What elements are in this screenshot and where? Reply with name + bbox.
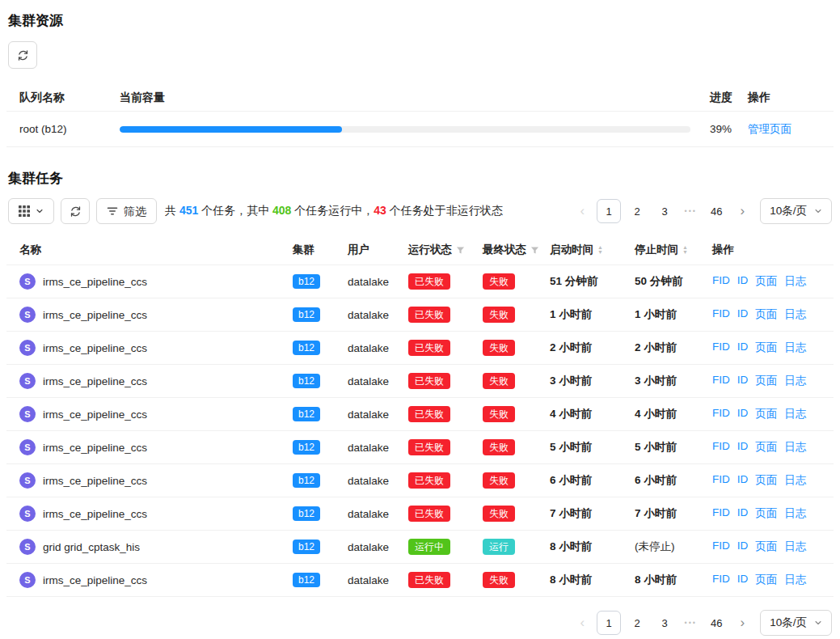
- page-link[interactable]: 页面: [755, 473, 777, 488]
- run-status-badge: 运行中: [408, 539, 450, 555]
- page-link[interactable]: 页面: [755, 440, 777, 455]
- fid-link[interactable]: FID: [712, 540, 730, 554]
- page-link[interactable]: 页面: [755, 341, 777, 355]
- task-user: datalake: [348, 475, 408, 487]
- log-link[interactable]: 日志: [784, 506, 806, 521]
- id-link[interactable]: ID: [737, 573, 749, 587]
- id-link[interactable]: ID: [737, 307, 749, 322]
- page-link[interactable]: 页面: [755, 573, 777, 587]
- run-status-badge: 已失败: [408, 307, 450, 323]
- start-time: 7 小时前: [550, 506, 635, 521]
- log-link[interactable]: 日志: [784, 440, 806, 455]
- tasks-table: 名称 集群 用户 运行状态 最终状态 启动时间 ▲▼ 停止时间 ▲: [6, 235, 834, 597]
- table-row: S irms_ce_pipeline_ccs b12 datalake 已失败 …: [6, 398, 834, 431]
- log-link[interactable]: 日志: [784, 341, 806, 355]
- id-link[interactable]: ID: [737, 274, 749, 289]
- sort-icon[interactable]: ▲▼: [597, 245, 603, 254]
- stop-time: 50 分钟前: [635, 274, 712, 289]
- avatar: S: [19, 373, 36, 389]
- page-link[interactable]: 页面: [755, 540, 777, 554]
- row-actions: FID ID 页面 日志: [712, 341, 821, 355]
- fid-link[interactable]: FID: [712, 341, 730, 355]
- page-button-2[interactable]: 2: [626, 200, 648, 222]
- fid-link[interactable]: FID: [712, 573, 730, 587]
- avatar: S: [19, 340, 36, 356]
- filter-funnel-icon[interactable]: [530, 246, 539, 255]
- log-link[interactable]: 日志: [784, 473, 806, 488]
- cluster-badge: b12: [293, 573, 320, 587]
- pagination-top: ‹ 1 2 3 ••• 46 ›: [572, 199, 752, 223]
- page-button-3[interactable]: 3: [653, 200, 676, 222]
- stop-time: 1 小时前: [635, 307, 712, 322]
- refresh-icon: [17, 49, 29, 61]
- page-button-last[interactable]: 46: [705, 200, 728, 222]
- log-link[interactable]: 日志: [784, 540, 806, 554]
- filter-button[interactable]: 筛选: [96, 198, 157, 224]
- log-link[interactable]: 日志: [784, 573, 806, 587]
- prev-page-button[interactable]: ‹: [572, 200, 592, 222]
- avatar: S: [19, 406, 36, 422]
- section-title-resources: 集群资源: [6, 11, 834, 30]
- stop-time: 4 小时前: [635, 407, 712, 421]
- avatar: S: [19, 307, 36, 323]
- pagination-bottom: ‹ 1 2 3 ••• 46 ›: [572, 611, 752, 635]
- avatar: S: [19, 572, 36, 588]
- manage-page-link[interactable]: 管理页面: [748, 123, 791, 135]
- log-link[interactable]: 日志: [784, 307, 806, 322]
- task-name: irms_ce_pipeline_ccs: [43, 475, 147, 487]
- id-link[interactable]: ID: [737, 374, 749, 388]
- page-link[interactable]: 页面: [755, 274, 777, 289]
- task-name-cell: S irms_ce_pipeline_ccs: [19, 406, 293, 422]
- fid-link[interactable]: FID: [712, 407, 730, 421]
- col-final-status[interactable]: 最终状态: [483, 243, 550, 257]
- log-link[interactable]: 日志: [784, 274, 806, 289]
- resources-refresh-button[interactable]: [8, 41, 37, 69]
- page: 集群资源 队列名称 当前容量 进度 操作 root (b12) 39% 管理页面: [0, 0, 840, 636]
- start-time: 51 分钟前: [550, 274, 635, 289]
- page-link[interactable]: 页面: [755, 407, 777, 421]
- page-link[interactable]: 页面: [755, 374, 777, 388]
- id-link[interactable]: ID: [737, 407, 749, 421]
- fid-link[interactable]: FID: [712, 307, 730, 322]
- filter-funnel-icon[interactable]: [456, 246, 465, 255]
- page-ellipsis[interactable]: •••: [681, 619, 700, 627]
- fid-link[interactable]: FID: [712, 440, 730, 455]
- task-name-cell: S irms_ce_pipeline_ccs: [19, 572, 293, 588]
- total-count: 451: [179, 204, 198, 217]
- page-button-3[interactable]: 3: [653, 611, 676, 634]
- final-status-badge: 失败: [483, 406, 515, 422]
- id-link[interactable]: ID: [737, 473, 749, 488]
- column-settings-button[interactable]: [8, 198, 54, 224]
- fid-link[interactable]: FID: [712, 374, 730, 388]
- page-link[interactable]: 页面: [755, 506, 777, 521]
- start-time: 3 小时前: [550, 374, 635, 388]
- fid-link[interactable]: FID: [712, 274, 730, 289]
- sort-icon[interactable]: ▲▼: [682, 245, 688, 254]
- page-link[interactable]: 页面: [755, 307, 777, 322]
- task-name: irms_ce_pipeline_ccs: [43, 408, 147, 421]
- fid-link[interactable]: FID: [712, 473, 730, 488]
- next-page-button[interactable]: ›: [732, 611, 752, 634]
- id-link[interactable]: ID: [737, 341, 749, 355]
- page-size-select[interactable]: 10条/页: [760, 610, 832, 636]
- id-link[interactable]: ID: [737, 440, 749, 455]
- prev-page-button[interactable]: ‹: [572, 611, 592, 634]
- id-link[interactable]: ID: [737, 540, 749, 554]
- fid-link[interactable]: FID: [712, 506, 730, 521]
- next-page-button[interactable]: ›: [732, 200, 752, 222]
- page-button-last[interactable]: 46: [705, 611, 728, 634]
- col-stop-time[interactable]: 停止时间 ▲▼: [635, 243, 712, 257]
- log-link[interactable]: 日志: [784, 407, 806, 421]
- col-start-time[interactable]: 启动时间 ▲▼: [550, 243, 635, 257]
- page-button-2[interactable]: 2: [626, 611, 648, 634]
- col-run-status[interactable]: 运行状态: [408, 243, 483, 257]
- log-link[interactable]: 日志: [784, 374, 806, 388]
- page-button-1[interactable]: 1: [597, 199, 621, 223]
- task-name-cell: S grid grid_cptask_his: [19, 539, 293, 555]
- page-ellipsis[interactable]: •••: [681, 207, 700, 215]
- page-size-select[interactable]: 10条/页: [760, 198, 832, 224]
- page-button-1[interactable]: 1: [597, 611, 621, 635]
- tasks-refresh-button[interactable]: [61, 198, 90, 224]
- cluster-badge: b12: [293, 407, 320, 421]
- id-link[interactable]: ID: [737, 506, 749, 521]
